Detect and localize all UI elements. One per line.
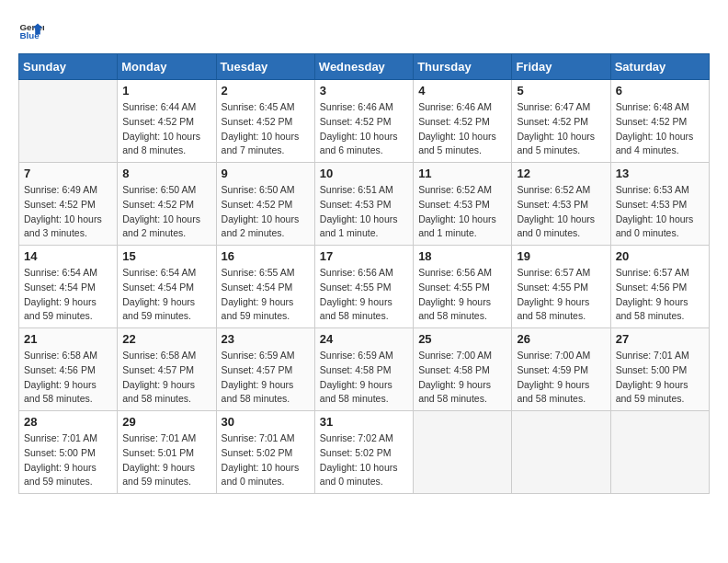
day-detail: Sunrise: 7:01 AMSunset: 5:00 PMDaylight:… (616, 349, 704, 407)
calendar-cell (610, 411, 709, 494)
day-number: 26 (517, 332, 605, 346)
day-number: 23 (222, 332, 310, 346)
day-number: 3 (320, 84, 408, 98)
day-number: 7 (24, 167, 112, 180)
day-detail: Sunrise: 6:57 AMSunset: 4:56 PMDaylight:… (616, 266, 704, 324)
calendar-cell: 26 Sunrise: 7:00 AMSunset: 4:59 PMDaylig… (512, 328, 610, 411)
logo-icon: General Blue (18, 18, 44, 44)
day-number: 24 (320, 332, 408, 346)
day-detail: Sunrise: 6:44 AMSunset: 4:52 PMDaylight:… (122, 100, 210, 158)
calendar-cell (19, 80, 118, 163)
day-number: 11 (418, 167, 506, 180)
calendar-table: SundayMondayTuesdayWednesdayThursdayFrid… (18, 53, 710, 494)
day-detail: Sunrise: 6:51 AMSunset: 4:53 PMDaylight:… (320, 183, 408, 241)
calendar-cell: 11 Sunrise: 6:52 AMSunset: 4:53 PMDaylig… (414, 163, 512, 246)
weekday-header-friday: Friday (512, 54, 610, 80)
calendar-cell: 12 Sunrise: 6:52 AMSunset: 4:53 PMDaylig… (512, 163, 610, 246)
day-detail: Sunrise: 6:49 AMSunset: 4:52 PMDaylight:… (24, 183, 112, 241)
calendar-cell: 10 Sunrise: 6:51 AMSunset: 4:53 PMDaylig… (314, 163, 413, 246)
calendar-week-3: 14 Sunrise: 6:54 AMSunset: 4:54 PMDaylig… (19, 246, 710, 328)
calendar-week-5: 28 Sunrise: 7:01 AMSunset: 5:00 PMDaylig… (19, 411, 710, 494)
calendar-cell: 17 Sunrise: 6:56 AMSunset: 4:55 PMDaylig… (314, 246, 413, 328)
day-number: 10 (320, 167, 408, 180)
logo: General Blue (18, 18, 44, 44)
day-number: 17 (320, 249, 408, 263)
calendar-cell: 24 Sunrise: 6:59 AMSunset: 4:58 PMDaylig… (314, 328, 413, 411)
calendar-cell: 6 Sunrise: 6:48 AMSunset: 4:52 PMDayligh… (610, 80, 709, 163)
day-detail: Sunrise: 7:00 AMSunset: 4:59 PMDaylight:… (517, 349, 605, 407)
day-detail: Sunrise: 6:54 AMSunset: 4:54 PMDaylight:… (122, 266, 210, 324)
calendar-cell: 5 Sunrise: 6:47 AMSunset: 4:52 PMDayligh… (512, 80, 610, 163)
calendar-cell: 30 Sunrise: 7:01 AMSunset: 5:02 PMDaylig… (216, 411, 314, 494)
calendar-cell: 8 Sunrise: 6:50 AMSunset: 4:52 PMDayligh… (118, 163, 216, 246)
day-detail: Sunrise: 6:46 AMSunset: 4:52 PMDaylight:… (418, 100, 506, 158)
day-detail: Sunrise: 6:56 AMSunset: 4:55 PMDaylight:… (418, 266, 506, 324)
calendar-cell: 13 Sunrise: 6:53 AMSunset: 4:53 PMDaylig… (610, 163, 709, 246)
day-detail: Sunrise: 6:46 AMSunset: 4:52 PMDaylight:… (320, 100, 408, 158)
calendar-cell: 29 Sunrise: 7:01 AMSunset: 5:01 PMDaylig… (118, 411, 216, 494)
day-detail: Sunrise: 7:01 AMSunset: 5:00 PMDaylight:… (24, 431, 112, 489)
day-detail: Sunrise: 6:52 AMSunset: 4:53 PMDaylight:… (517, 183, 605, 241)
weekday-header-tuesday: Tuesday (216, 54, 314, 80)
day-number: 1 (122, 84, 210, 98)
day-detail: Sunrise: 6:50 AMSunset: 4:52 PMDaylight:… (222, 183, 310, 241)
day-detail: Sunrise: 7:01 AMSunset: 5:02 PMDaylight:… (222, 431, 310, 489)
day-detail: Sunrise: 6:55 AMSunset: 4:54 PMDaylight:… (222, 266, 310, 324)
day-number: 30 (222, 415, 310, 429)
day-number: 14 (24, 249, 112, 263)
day-detail: Sunrise: 6:59 AMSunset: 4:57 PMDaylight:… (222, 349, 310, 407)
calendar-cell: 19 Sunrise: 6:57 AMSunset: 4:55 PMDaylig… (512, 246, 610, 328)
calendar-week-1: 1 Sunrise: 6:44 AMSunset: 4:52 PMDayligh… (19, 80, 710, 163)
day-number: 8 (122, 167, 210, 180)
day-detail: Sunrise: 6:50 AMSunset: 4:52 PMDaylight:… (122, 183, 210, 241)
calendar-cell: 22 Sunrise: 6:58 AMSunset: 4:57 PMDaylig… (118, 328, 216, 411)
day-number: 15 (122, 249, 210, 263)
day-detail: Sunrise: 7:02 AMSunset: 5:02 PMDaylight:… (320, 431, 408, 489)
calendar-cell: 4 Sunrise: 6:46 AMSunset: 4:52 PMDayligh… (414, 80, 512, 163)
day-detail: Sunrise: 6:59 AMSunset: 4:58 PMDaylight:… (320, 349, 408, 407)
calendar-cell: 2 Sunrise: 6:45 AMSunset: 4:52 PMDayligh… (216, 80, 314, 163)
day-number: 6 (616, 84, 704, 98)
day-detail: Sunrise: 6:58 AMSunset: 4:57 PMDaylight:… (122, 349, 210, 407)
day-number: 19 (517, 249, 605, 263)
day-number: 9 (222, 167, 310, 180)
day-number: 2 (222, 84, 310, 98)
day-detail: Sunrise: 6:58 AMSunset: 4:56 PMDaylight:… (24, 349, 112, 407)
day-detail: Sunrise: 6:48 AMSunset: 4:52 PMDaylight:… (616, 100, 704, 158)
day-number: 21 (24, 332, 112, 346)
day-detail: Sunrise: 6:47 AMSunset: 4:52 PMDaylight:… (517, 100, 605, 158)
day-detail: Sunrise: 6:54 AMSunset: 4:54 PMDaylight:… (24, 266, 112, 324)
calendar-cell (414, 411, 512, 494)
calendar-cell: 18 Sunrise: 6:56 AMSunset: 4:55 PMDaylig… (414, 246, 512, 328)
weekday-header-saturday: Saturday (610, 54, 709, 80)
page-header: General Blue (18, 18, 710, 44)
calendar-cell (512, 411, 610, 494)
day-detail: Sunrise: 6:56 AMSunset: 4:55 PMDaylight:… (320, 266, 408, 324)
calendar-cell: 21 Sunrise: 6:58 AMSunset: 4:56 PMDaylig… (19, 328, 118, 411)
calendar-week-4: 21 Sunrise: 6:58 AMSunset: 4:56 PMDaylig… (19, 328, 710, 411)
day-number: 25 (418, 332, 506, 346)
calendar-cell: 3 Sunrise: 6:46 AMSunset: 4:52 PMDayligh… (314, 80, 413, 163)
day-detail: Sunrise: 6:57 AMSunset: 4:55 PMDaylight:… (517, 266, 605, 324)
day-number: 20 (616, 249, 704, 263)
day-detail: Sunrise: 6:52 AMSunset: 4:53 PMDaylight:… (418, 183, 506, 241)
day-number: 18 (418, 249, 506, 263)
calendar-cell: 14 Sunrise: 6:54 AMSunset: 4:54 PMDaylig… (19, 246, 118, 328)
calendar-cell: 25 Sunrise: 7:00 AMSunset: 4:58 PMDaylig… (414, 328, 512, 411)
calendar-cell: 9 Sunrise: 6:50 AMSunset: 4:52 PMDayligh… (216, 163, 314, 246)
day-number: 16 (222, 249, 310, 263)
weekday-header-thursday: Thursday (414, 54, 512, 80)
day-number: 12 (517, 167, 605, 180)
weekday-header-sunday: Sunday (19, 54, 118, 80)
day-number: 5 (517, 84, 605, 98)
calendar-cell: 16 Sunrise: 6:55 AMSunset: 4:54 PMDaylig… (216, 246, 314, 328)
weekday-header-monday: Monday (118, 54, 216, 80)
day-detail: Sunrise: 7:00 AMSunset: 4:58 PMDaylight:… (418, 349, 506, 407)
calendar-week-2: 7 Sunrise: 6:49 AMSunset: 4:52 PMDayligh… (19, 163, 710, 246)
calendar-cell: 28 Sunrise: 7:01 AMSunset: 5:00 PMDaylig… (19, 411, 118, 494)
day-number: 13 (616, 167, 704, 180)
day-detail: Sunrise: 6:53 AMSunset: 4:53 PMDaylight:… (616, 183, 704, 241)
calendar-cell: 23 Sunrise: 6:59 AMSunset: 4:57 PMDaylig… (216, 328, 314, 411)
day-number: 29 (122, 415, 210, 429)
day-number: 22 (122, 332, 210, 346)
